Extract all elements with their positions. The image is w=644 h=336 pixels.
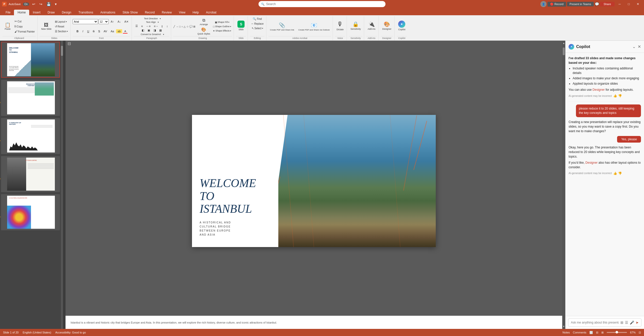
customize-button[interactable]: ▾ xyxy=(54,2,58,7)
bullets-button[interactable]: ☰ xyxy=(134,24,139,28)
zoom-thumb[interactable] xyxy=(616,331,618,333)
create-pdf-link-button[interactable]: 📎 Create PDF and Share link xyxy=(268,21,296,32)
tab-slideshow[interactable]: Slide Show xyxy=(119,10,141,15)
maximize-button[interactable]: □ xyxy=(625,0,633,8)
slide-thumbnail-5[interactable]: 5 ★ A CULTURAL KALEIDOSCOPE xyxy=(1,194,60,230)
copilot-input-mic-icon[interactable]: 🎤 xyxy=(630,320,634,325)
shape-arrow[interactable]: → xyxy=(175,25,179,28)
thumbup-icon-2[interactable]: 👍 xyxy=(613,171,617,176)
copy-button[interactable]: ⎘ Copy xyxy=(13,24,36,29)
view-normal-button[interactable]: ⬜ xyxy=(589,331,593,334)
minimize-button[interactable]: ─ xyxy=(616,0,624,8)
select-button[interactable]: ↖ Select ▾ xyxy=(250,26,265,30)
convert-dropdown[interactable]: ▾ xyxy=(163,33,164,36)
shape-tri[interactable]: △ xyxy=(183,25,186,28)
tab-help[interactable]: Help xyxy=(189,10,202,15)
tab-acrobat[interactable]: Acrobat xyxy=(202,10,220,15)
shape-effects-button[interactable]: ✦ Shape Effects ▾ xyxy=(212,29,232,33)
arrange-button[interactable]: ⧉ Arrange xyxy=(196,18,211,26)
clear-format-button[interactable]: A✕ xyxy=(123,20,130,24)
text-direction-button[interactable]: Text Direction xyxy=(142,17,159,20)
view-outline-button[interactable]: ⊟ xyxy=(596,331,598,334)
underline-button[interactable]: U xyxy=(86,29,91,33)
shape-star[interactable]: ☆ xyxy=(186,25,189,28)
shape-fill-button[interactable]: ▣ Shape Fill ▾ xyxy=(212,20,232,24)
strikethrough-button[interactable]: S xyxy=(91,29,96,33)
increase-font-button[interactable]: A↑ xyxy=(109,20,116,24)
line-spacing-button[interactable]: ↕ xyxy=(165,24,169,28)
tab-transitions[interactable]: Transitions xyxy=(75,10,97,15)
tab-design[interactable]: Design xyxy=(58,10,75,15)
slide-menu-icon[interactable]: ⊟ xyxy=(68,41,71,46)
thumbdown-icon-1[interactable]: 👎 xyxy=(618,94,622,98)
shadow-button[interactable]: S xyxy=(97,29,102,33)
copilot-input-grid-icon[interactable]: ⊞ xyxy=(620,320,623,325)
shape-callout[interactable]: 💬 xyxy=(189,25,193,28)
select-dropdown[interactable]: ▾ xyxy=(262,27,263,29)
slido-button[interactable]: S Slido xyxy=(236,17,246,35)
shape-more[interactable]: ⊞ xyxy=(193,25,196,28)
shape-rect[interactable]: □ xyxy=(179,25,181,28)
tab-view[interactable]: View xyxy=(175,10,189,15)
dictate-button[interactable]: 🎙 Dictate xyxy=(335,17,345,35)
undo-button[interactable]: ↩ xyxy=(31,2,36,7)
slide-view-scrollbar[interactable]: ▲ ▼ xyxy=(562,41,565,329)
copilot-input[interactable] xyxy=(571,321,619,324)
text-direction-dropdown[interactable]: ▾ xyxy=(160,18,161,20)
addins-button[interactable]: 🔌 Add-ins xyxy=(366,17,377,35)
decrease-font-button[interactable]: A↓ xyxy=(116,20,122,24)
bold-button[interactable]: B xyxy=(75,29,80,33)
thumbup-icon-1[interactable]: 👍 xyxy=(613,94,617,98)
align-right-button[interactable]: ◨ xyxy=(152,28,157,33)
find-button[interactable]: 🔍 Find xyxy=(250,17,265,21)
shape-oval[interactable]: ○ xyxy=(181,25,183,28)
shape-outline-button[interactable]: □ Shape Outline ▾ xyxy=(212,25,232,28)
tab-home[interactable]: Home xyxy=(14,10,29,15)
quick-styles-button[interactable]: 🎨 Quick Styles xyxy=(196,27,211,36)
present-in-teams-button[interactable]: Present in Teams xyxy=(567,2,594,6)
font-case-button[interactable]: Aa xyxy=(109,29,116,33)
slide-panel-scroll-thumb[interactable] xyxy=(61,46,63,56)
tab-draw[interactable]: Draw xyxy=(44,10,58,15)
slide-thumbnail-1[interactable]: 1 WELCOMETOISTANBUL A HISTORICAL ANDCULT… xyxy=(1,42,60,78)
columns-button[interactable]: ⫿ xyxy=(160,24,165,28)
paste-button[interactable]: 📋 Paste xyxy=(3,17,13,36)
convert-smartart-button[interactable]: Convert to SmartArt xyxy=(139,33,163,36)
tab-animations[interactable]: Animations xyxy=(97,10,119,15)
thumbdown-icon-2[interactable]: 👎 xyxy=(618,171,622,176)
zoom-slider[interactable] xyxy=(607,332,627,333)
tab-record[interactable]: Record xyxy=(141,10,158,15)
justify-button[interactable]: ▦ xyxy=(158,28,163,33)
comments-icon[interactable]: 💬 xyxy=(595,2,599,6)
autosave-toggle[interactable]: On xyxy=(23,3,29,6)
shape-outline-dropdown[interactable]: ▾ xyxy=(230,25,231,28)
share-button[interactable]: Share xyxy=(600,2,615,6)
designer-link-1[interactable]: Designer xyxy=(592,88,605,91)
copilot-ribbon-button[interactable]: ✦ Copilot xyxy=(397,17,407,35)
section-button[interactable]: ☰ Section ▾ xyxy=(54,29,69,34)
format-painter-button[interactable]: 🖌 Format Painter xyxy=(13,29,36,34)
shape-fill-dropdown[interactable]: ▾ xyxy=(228,21,229,23)
view-grid-button[interactable]: ⊞ xyxy=(601,331,604,334)
slide-thumbnail-4[interactable]: 4 ★ OTTOMAN EMPIRE xyxy=(1,156,60,192)
increase-indent-button[interactable]: ≡→ xyxy=(152,24,160,28)
slide-thumbnail-3[interactable]: 3 ★ A TAPESTRY OFHISTORY xyxy=(1,118,60,154)
create-pdf-outlook-button[interactable]: 📧 Create PDF and Share via Outlook xyxy=(297,21,331,32)
designer-link-2[interactable]: Designer xyxy=(585,161,598,164)
replace-button[interactable]: ↔ Replace xyxy=(250,22,265,26)
cut-button[interactable]: ✂ Cut xyxy=(13,19,36,24)
numbering-button[interactable]: ≡ xyxy=(140,24,144,28)
search-box[interactable]: 🔍 xyxy=(259,1,385,7)
decrease-indent-button[interactable]: ←≡ xyxy=(144,24,152,28)
designer-button[interactable]: 🎨 Designer xyxy=(381,17,393,35)
comments-status-button[interactable]: Comments xyxy=(573,331,586,334)
tab-insert[interactable]: Insert xyxy=(29,10,44,15)
sensitivity-button[interactable]: 🔒 Sensitivity xyxy=(349,17,362,35)
save-button[interactable]: 💾 xyxy=(45,2,52,7)
notes-status-button[interactable]: Notes xyxy=(562,331,570,334)
tab-review[interactable]: Review xyxy=(158,10,175,15)
slide-main[interactable]: WELCOMETOISTANBUL A HISTORICAL ANDCULTUR… xyxy=(192,115,436,247)
redo-button[interactable]: ↪ xyxy=(38,2,43,7)
layout-button[interactable]: ⊞ Layout ▾ xyxy=(54,20,69,24)
copilot-yes-button[interactable]: Yes, please xyxy=(617,136,641,143)
